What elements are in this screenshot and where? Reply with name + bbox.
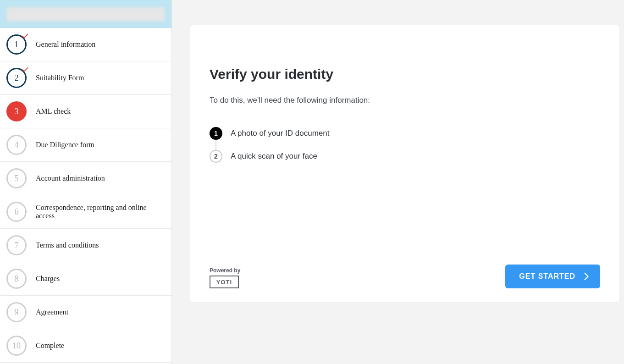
step-number-text: 6 [15,207,19,217]
step-agreement[interactable]: 9 Agreement [0,296,171,329]
step-number-text: 5 [15,174,19,183]
step-number: 9 [6,302,27,322]
step-label: AML check [36,107,71,116]
requirement-text: A photo of your ID document [231,129,329,138]
step-list: 1 General information 2 Suitability Form… [0,28,171,363]
chevron-right-icon [584,272,589,281]
sidebar: 1 General information 2 Suitability Form… [0,0,172,364]
step-number-text: 1 [15,40,19,50]
step-number: 6 [6,202,27,222]
yoti-logo-icon [210,276,239,288]
step-correspondence[interactable]: 6 Correspondence, reporting and online a… [0,195,171,229]
step-number: 4 [6,135,27,155]
card-title: Verify your identity [210,66,600,82]
step-number-text: 9 [15,308,19,317]
step-number: 10 [6,336,27,356]
identity-verification-card: Verify your identity To do this, we'll n… [190,25,619,302]
step-label: Charges [36,275,60,283]
step-account-administration[interactable]: 5 Account administration [0,162,171,195]
sidebar-header-redacted [6,7,165,21]
check-icon [21,65,29,73]
step-number-text: 2 [15,73,19,83]
check-icon [21,32,29,40]
step-number-text: 10 [12,341,21,351]
requirement-list: 1 A photo of your ID document 2 A quick … [210,127,600,173]
step-number-text: 3 [15,107,19,116]
step-number: 3 [6,101,27,121]
requirement-text: A quick scan of your face [231,152,317,161]
requirement-id-document: 1 A photo of your ID document [210,127,600,140]
requirement-face-scan: 2 A quick scan of your face [210,150,600,163]
step-aml-check[interactable]: 3 AML check [0,95,171,128]
step-number: 1 [6,34,27,55]
powered-by-label: Powered by [210,267,240,274]
step-label: Agreement [36,308,68,316]
step-label: Terms and conditions [36,241,99,249]
powered-by: Powered by [210,267,240,288]
step-label: Correspondence, reporting and online acc… [36,204,165,220]
step-number-text: 4 [15,140,19,150]
step-number-text: 8 [15,274,19,284]
step-number: 5 [6,168,27,188]
step-number: 7 [6,235,27,255]
requirement-number: 2 [210,150,222,163]
requirement-number: 1 [210,127,222,140]
main-content: Verify your identity To do this, we'll n… [172,0,624,364]
step-number: 8 [6,269,27,289]
step-label: Complete [36,342,64,350]
step-label: Due Diligence form [36,141,94,149]
step-due-diligence[interactable]: 4 Due Diligence form [0,128,171,162]
step-label: General information [36,40,95,49]
card-subtitle: To do this, we'll need the following inf… [210,96,600,105]
step-general-information[interactable]: 1 General information [0,28,171,61]
step-number: 2 [6,68,27,88]
requirement-connector [215,140,216,150]
get-started-button[interactable]: GET STARTED [505,265,600,288]
step-terms[interactable]: 7 Terms and conditions [0,229,171,262]
step-number-text: 7 [15,241,19,250]
step-charges[interactable]: 8 Charges [0,262,171,296]
step-label: Suitability Form [36,74,84,82]
step-complete[interactable]: 10 Complete [0,329,171,363]
step-label: Account administration [36,174,105,182]
card-footer: Powered by GET STARTED [210,265,600,288]
step-suitability-form[interactable]: 2 Suitability Form [0,61,171,95]
sidebar-header [0,0,171,28]
get-started-label: GET STARTED [519,272,575,281]
